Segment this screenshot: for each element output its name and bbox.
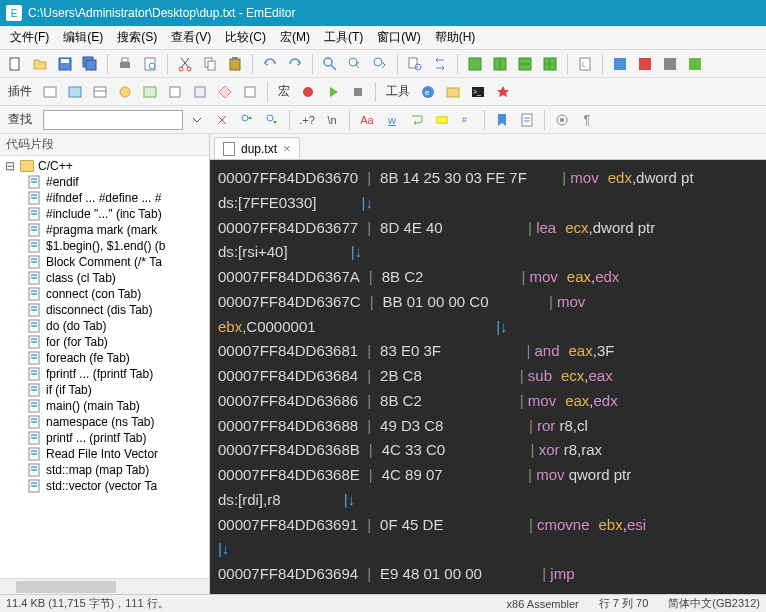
menu-compare[interactable]: 比较(C)	[219, 27, 272, 48]
grid1-button[interactable]	[464, 53, 486, 75]
find-button[interactable]	[319, 53, 341, 75]
svg-rect-80	[31, 293, 37, 295]
wrap-button[interactable]	[406, 109, 428, 131]
redo-button[interactable]	[284, 53, 306, 75]
snippet-item[interactable]: namespace (ns Tab)	[0, 414, 209, 430]
menu-macro[interactable]: 宏(M)	[274, 27, 316, 48]
save-all-button[interactable]	[79, 53, 101, 75]
case-button[interactable]: Aa	[356, 109, 378, 131]
symbol-button[interactable]: ¶	[576, 109, 598, 131]
snippet-item[interactable]: for (for Tab)	[0, 334, 209, 350]
find-close-button[interactable]	[211, 109, 233, 131]
snippet-item[interactable]: std::map (map Tab)	[0, 462, 209, 478]
menu-edit[interactable]: 编辑(E)	[57, 27, 109, 48]
plugin-b-button[interactable]	[64, 81, 86, 103]
snippet-item[interactable]: #ifndef ... #define ... #	[0, 190, 209, 206]
tool-config-button[interactable]	[492, 81, 514, 103]
plugin-d-button[interactable]	[114, 81, 136, 103]
plugin4-button[interactable]	[684, 53, 706, 75]
plugin-h-button[interactable]	[214, 81, 236, 103]
snippet-item[interactable]: class (cl Tab)	[0, 270, 209, 286]
word-button[interactable]: w	[381, 109, 403, 131]
plugin-f-button[interactable]	[164, 81, 186, 103]
regex-button[interactable]: .+?	[296, 109, 318, 131]
cut-button[interactable]	[174, 53, 196, 75]
code-editor[interactable]: 00007FF84DD63670 | 8B 14 25 30 03 FE 7F …	[210, 160, 766, 594]
status-pos: 行 7 列 70	[599, 596, 649, 611]
snippet-item[interactable]: main() (main Tab)	[0, 398, 209, 414]
find-dropdown-button[interactable]	[186, 109, 208, 131]
tab-close-button[interactable]: ×	[283, 141, 291, 156]
replace-button[interactable]	[429, 53, 451, 75]
snippet-item[interactable]: Read File Into Vector	[0, 446, 209, 462]
advanced-button[interactable]	[551, 109, 573, 131]
snippet-item[interactable]: foreach (fe Tab)	[0, 350, 209, 366]
snippet-item[interactable]: Block Comment (/* Ta	[0, 254, 209, 270]
menu-tools[interactable]: 工具(T)	[318, 27, 369, 48]
sidebar-scrollbar[interactable]	[0, 578, 209, 594]
find-in-files-button[interactable]	[404, 53, 426, 75]
undo-button[interactable]	[259, 53, 281, 75]
grid4-button[interactable]	[539, 53, 561, 75]
copy-button[interactable]	[199, 53, 221, 75]
collapse-icon[interactable]: ⊟	[4, 159, 16, 173]
plugins-label: 插件	[4, 83, 36, 100]
macro-stop-button[interactable]	[347, 81, 369, 103]
plugin3-button[interactable]	[659, 53, 681, 75]
find-down-button[interactable]	[261, 109, 283, 131]
find-prev-button[interactable]	[369, 53, 391, 75]
macro-rec-button[interactable]	[297, 81, 319, 103]
svg-rect-107	[31, 437, 37, 439]
paste-button[interactable]	[224, 53, 246, 75]
bookmark-button[interactable]	[491, 109, 513, 131]
grid3-button[interactable]	[514, 53, 536, 75]
snippet-item[interactable]: $1.begin(), $1.end() (b	[0, 238, 209, 254]
save-button[interactable]	[54, 53, 76, 75]
new-button[interactable]	[4, 53, 26, 75]
snippet-item[interactable]: std::vector (vector Ta	[0, 478, 209, 494]
tool-ie-button[interactable]: e	[417, 81, 439, 103]
tool-cmd-button[interactable]: >_	[467, 81, 489, 103]
snippet-item[interactable]: fprintf ... (fprintf Tab)	[0, 366, 209, 382]
svg-rect-36	[94, 87, 106, 97]
tool-explorer-button[interactable]	[442, 81, 464, 103]
snippet-item[interactable]: do (do Tab)	[0, 318, 209, 334]
plugin-c-button[interactable]	[89, 81, 111, 103]
svg-rect-101	[31, 405, 37, 407]
tab-dup-txt[interactable]: dup.txt ×	[214, 137, 300, 159]
menu-window[interactable]: 窗口(W)	[371, 27, 426, 48]
print-button[interactable]	[114, 53, 136, 75]
plugin1-button[interactable]	[609, 53, 631, 75]
menu-file[interactable]: 文件(F)	[4, 27, 55, 48]
find-next-button[interactable]	[344, 53, 366, 75]
highlight-button[interactable]	[431, 109, 453, 131]
menu-help[interactable]: 帮助(H)	[429, 27, 482, 48]
svg-text:e: e	[425, 88, 430, 97]
menu-view[interactable]: 查看(V)	[165, 27, 217, 48]
snippet-item[interactable]: #endif	[0, 174, 209, 190]
snippet-item[interactable]: #include "..." (inc Tab)	[0, 206, 209, 222]
plugin-g-button[interactable]	[189, 81, 211, 103]
find-up-button[interactable]	[236, 109, 258, 131]
escape-button[interactable]: \n	[321, 109, 343, 131]
find-input[interactable]	[43, 110, 183, 130]
snippet-item[interactable]: disconnect (dis Tab)	[0, 302, 209, 318]
snippet-item[interactable]: #pragma mark (mark	[0, 222, 209, 238]
plugin2-button[interactable]	[634, 53, 656, 75]
open-button[interactable]	[29, 53, 51, 75]
snippet-item[interactable]: if (if Tab)	[0, 382, 209, 398]
menu-search[interactable]: 搜索(S)	[111, 27, 163, 48]
grid2-button[interactable]	[489, 53, 511, 75]
snippet-item[interactable]: printf ... (printf Tab)	[0, 430, 209, 446]
plugin-i-button[interactable]	[239, 81, 261, 103]
plugin-e-button[interactable]	[139, 81, 161, 103]
snippet-item[interactable]: connect (con Tab)	[0, 286, 209, 302]
print-preview-button[interactable]	[139, 53, 161, 75]
large-file-button[interactable]: L	[574, 53, 596, 75]
plugin-a-button[interactable]	[39, 81, 61, 103]
count-button[interactable]: #	[456, 109, 478, 131]
macro-play-button[interactable]	[322, 81, 344, 103]
svg-rect-33	[689, 58, 701, 70]
extract-button[interactable]	[516, 109, 538, 131]
tree-root[interactable]: ⊟ C/C++	[0, 158, 209, 174]
